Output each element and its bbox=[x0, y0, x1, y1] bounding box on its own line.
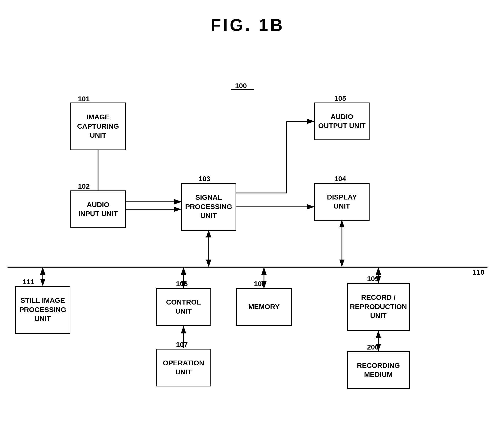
memory-block: MEMORY bbox=[236, 288, 292, 326]
label-101: 101 bbox=[78, 95, 90, 103]
signal-processing-block: SIGNALPROCESSINGUNIT bbox=[181, 183, 236, 231]
label-105: 105 bbox=[334, 94, 346, 103]
label-102: 102 bbox=[78, 182, 90, 190]
display-label: DISPLAYUNIT bbox=[327, 193, 357, 211]
image-capturing-block: IMAGECAPTURINGUNIT bbox=[70, 103, 126, 150]
record-reproduction-block: RECORD /REPRODUCTIONUNIT bbox=[347, 283, 410, 331]
system-label: 100 bbox=[235, 82, 247, 90]
display-block: DISPLAYUNIT bbox=[314, 183, 370, 221]
audio-output-block: AUDIOOUTPUT UNIT bbox=[314, 103, 370, 140]
still-image-block: STILL IMAGEPROCESSINGUNIT bbox=[15, 286, 70, 334]
signal-processing-label: SIGNALPROCESSINGUNIT bbox=[185, 193, 232, 220]
label-200: 200 bbox=[367, 343, 379, 351]
operation-block: OPERATIONUNIT bbox=[156, 349, 211, 386]
label-111: 111 bbox=[23, 278, 34, 286]
label-104: 104 bbox=[334, 175, 346, 183]
memory-label: MEMORY bbox=[248, 302, 280, 311]
recording-medium-label: RECORDINGMEDIUM bbox=[357, 361, 400, 379]
audio-output-label: AUDIOOUTPUT UNIT bbox=[318, 112, 366, 131]
page-title: FIG. 1B bbox=[0, 0, 495, 45]
operation-label: OPERATIONUNIT bbox=[163, 359, 204, 377]
control-block: CONTROLUNIT bbox=[156, 288, 211, 326]
recording-medium-block: RECORDINGMEDIUM bbox=[347, 351, 410, 389]
divider-label: 110 bbox=[473, 268, 484, 276]
label-108: 108 bbox=[254, 280, 266, 288]
image-capturing-label: IMAGECAPTURINGUNIT bbox=[77, 113, 119, 140]
audio-input-block: AUDIOINPUT UNIT bbox=[70, 190, 126, 228]
control-label: CONTROLUNIT bbox=[166, 298, 201, 316]
audio-input-label: AUDIOINPUT UNIT bbox=[78, 200, 118, 219]
label-106: 106 bbox=[176, 280, 188, 288]
label-109: 109 bbox=[367, 275, 379, 283]
label-107: 107 bbox=[176, 341, 188, 349]
label-103: 103 bbox=[199, 175, 210, 183]
still-image-label: STILL IMAGEPROCESSINGUNIT bbox=[19, 296, 66, 323]
record-reproduction-label: RECORD /REPRODUCTIONUNIT bbox=[350, 293, 407, 320]
